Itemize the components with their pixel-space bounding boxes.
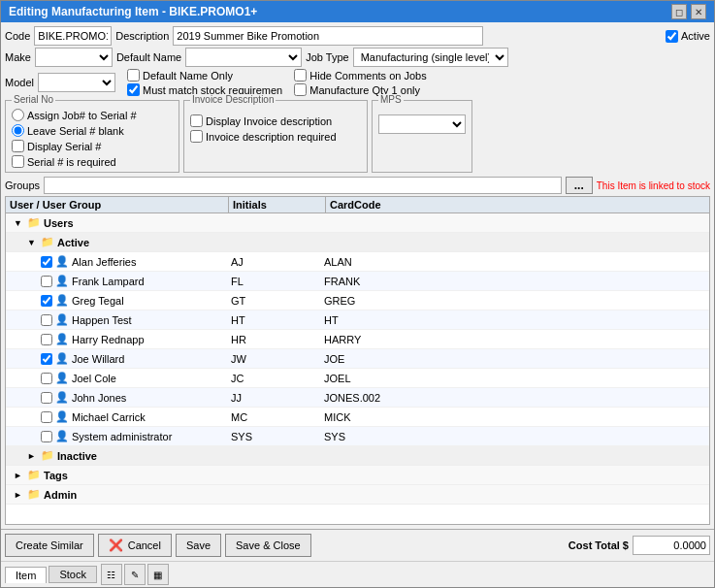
tree-user-row[interactable]: 👤 Joel Cole JC JOEL xyxy=(6,369,709,388)
make-select[interactable] xyxy=(35,48,113,67)
serial-required-cb[interactable] xyxy=(12,155,24,168)
user-checkbox[interactable] xyxy=(41,353,52,365)
item-tab[interactable]: Item xyxy=(5,567,47,583)
display-serial-cb[interactable] xyxy=(12,140,24,152)
groups-input[interactable] xyxy=(44,177,562,194)
code-input[interactable] xyxy=(34,26,112,46)
tree-admin-group[interactable]: ► 📁 Admin xyxy=(6,485,709,505)
active-checkbox[interactable] xyxy=(666,30,678,43)
user-checkbox[interactable] xyxy=(41,373,52,384)
save-close-button[interactable]: Save & Close xyxy=(225,534,311,557)
user-name: Frank Lampard xyxy=(72,276,227,287)
tree-user-row[interactable]: 👤 Greg Tegal GT GREG xyxy=(6,291,709,310)
leave-serial-row: Leave Serial # blank xyxy=(12,124,173,137)
button-row: Create Similar ❌ Cancel Save Save & Clos… xyxy=(1,530,714,561)
must-match-cb[interactable] xyxy=(127,83,140,96)
stock-tab[interactable]: Stock xyxy=(49,566,97,583)
serial-required-label: Serial # is required xyxy=(27,156,116,168)
tree-user-row[interactable]: 👤 Joe Willard JW JOE xyxy=(6,349,709,369)
tree-user-row[interactable]: 👤 John Jones JJ JONES.002 xyxy=(6,388,709,408)
user-cardcode: HARRY xyxy=(324,334,709,345)
default-name-only-cb[interactable] xyxy=(127,69,140,82)
tree-user-row[interactable]: 👤 Alan Jefferies AJ ALAN xyxy=(6,252,709,272)
grid-icon: ☷ xyxy=(107,570,115,580)
tab-footer: Item Stock ☷ ✎ ▦ xyxy=(1,561,714,587)
display-invoice-cb[interactable] xyxy=(190,114,203,127)
folder-icon-users: 📁 xyxy=(27,216,41,229)
item-tab-label: Item xyxy=(16,570,36,581)
restore-button[interactable]: ◻ xyxy=(671,4,687,19)
mps-group-box: MPS xyxy=(372,100,472,173)
expand-inactive[interactable]: ► xyxy=(27,451,41,461)
tree-tags-group[interactable]: ► 📁 Tags xyxy=(6,466,709,485)
default-name-label: Default Name xyxy=(116,51,181,63)
user-initials: JC xyxy=(227,373,324,384)
leave-serial-radio[interactable] xyxy=(12,124,24,137)
user-name: Greg Tegal xyxy=(72,295,227,307)
col-user-group: User / User Group xyxy=(6,197,229,212)
tree-user-row[interactable]: 👤 Harry Rednapp HR HARRY xyxy=(6,330,709,349)
make-label: Make xyxy=(5,51,31,63)
user-checkbox[interactable] xyxy=(41,334,52,345)
cost-total-input[interactable] xyxy=(633,536,710,555)
user-checkbox[interactable] xyxy=(41,431,52,442)
user-initials: HR xyxy=(227,334,324,345)
expand-admin[interactable]: ► xyxy=(14,490,27,500)
pencil-icon-button[interactable]: ✎ xyxy=(124,564,146,585)
cancel-button[interactable]: ❌ Cancel xyxy=(98,534,172,557)
user-checkbox[interactable] xyxy=(41,392,52,404)
user-checkbox[interactable] xyxy=(41,314,52,326)
job-type-select[interactable]: Manufacturing (single level) xyxy=(353,48,508,67)
display-invoice-row: Display Invoice description xyxy=(190,114,361,127)
display-serial-row: Display Serial # xyxy=(12,140,173,152)
tree-table[interactable]: User / User Group Initials CardCode ▼ 📁 … xyxy=(5,196,710,525)
description-input[interactable] xyxy=(173,26,483,46)
manufacture-qty-label: Manufacture Qty 1 only xyxy=(309,84,420,96)
close-button[interactable]: ✕ xyxy=(691,4,706,19)
expand-tags[interactable]: ► xyxy=(14,471,27,480)
tree-inactive-group[interactable]: ► 📁 Inactive xyxy=(6,446,709,466)
pencil-icon: ✎ xyxy=(131,570,139,580)
invoice-required-label: Invoice description required xyxy=(206,131,337,143)
model-select[interactable] xyxy=(38,73,115,92)
user-cardcode: FRANK xyxy=(324,276,709,287)
tree-user-row[interactable]: 👤 System administrator SYS SYS xyxy=(6,427,709,446)
save-close-label: Save & Close xyxy=(236,539,301,551)
hide-comments-cb[interactable] xyxy=(294,69,307,82)
tree-user-row[interactable]: 👤 Happen Test HT HT xyxy=(6,310,709,330)
user-name: Joel Cole xyxy=(72,373,227,384)
user-icon: 👤 xyxy=(55,391,69,404)
tree-root-row[interactable]: ▼ 📁 Users xyxy=(6,213,709,233)
collapse-users[interactable]: ▼ xyxy=(14,218,27,228)
user-cardcode: GREG xyxy=(324,295,709,307)
user-icon: 👤 xyxy=(55,255,69,268)
active-group-label: Active xyxy=(57,237,89,248)
main-content: Code Description Active Make Default Nam… xyxy=(1,22,714,529)
create-similar-button[interactable]: Create Similar xyxy=(5,534,94,557)
user-name: Michael Carrick xyxy=(72,411,227,423)
manufacture-qty-cb[interactable] xyxy=(294,83,307,96)
default-name-select[interactable] xyxy=(185,48,302,67)
user-initials: SYS xyxy=(227,431,324,442)
save-button[interactable]: Save xyxy=(176,534,221,557)
tree-active-group[interactable]: ▼ 📁 Active xyxy=(6,233,709,252)
mps-select[interactable] xyxy=(378,114,466,134)
display-invoice-label: Display Invoice description xyxy=(206,115,332,127)
invoice-required-cb[interactable] xyxy=(190,130,203,143)
assign-job-radio[interactable] xyxy=(12,109,24,121)
assign-job-row: Assign Job# to Serial # xyxy=(12,109,173,121)
inactive-group-label: Inactive xyxy=(57,450,97,462)
user-checkbox[interactable] xyxy=(41,411,52,423)
copy-icon-button[interactable]: ▦ xyxy=(147,564,169,585)
grid-icon-button[interactable]: ☷ xyxy=(101,564,122,585)
tree-user-row[interactable]: 👤 Michael Carrick MC MICK xyxy=(6,408,709,427)
user-name: John Jones xyxy=(72,392,227,404)
user-checkbox[interactable] xyxy=(41,276,52,287)
default-name-only-row: Default Name Only xyxy=(127,69,282,82)
user-checkbox[interactable] xyxy=(41,295,52,307)
tree-user-row[interactable]: 👤 Frank Lampard FL FRANK xyxy=(6,272,709,291)
linked-message: This Item is linked to stock xyxy=(597,180,710,191)
user-checkbox[interactable] xyxy=(41,256,52,268)
collapse-active[interactable]: ▼ xyxy=(27,238,41,247)
groups-button[interactable]: ... xyxy=(566,177,593,194)
